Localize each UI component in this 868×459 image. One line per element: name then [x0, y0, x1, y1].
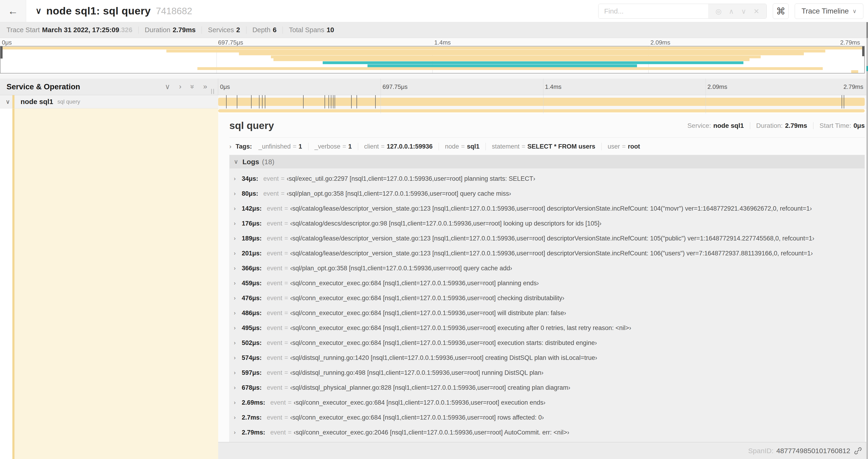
log-entry[interactable]: ›597μs:event=‹sql/distsql_running.go:498…: [229, 365, 865, 380]
log-expand-icon[interactable]: ›: [234, 414, 242, 421]
log-message: ‹sql/catalog/lease/descriptor_version_st…: [290, 250, 813, 257]
log-entry[interactable]: ›678μs:event=‹sql/distsql_physical_plann…: [229, 380, 865, 395]
log-expand-icon[interactable]: ›: [234, 295, 242, 301]
log-marker: [262, 95, 262, 108]
trace-start-millis: .326: [119, 26, 132, 34]
log-expand-icon[interactable]: ›: [234, 265, 242, 271]
logs-collapse-icon[interactable]: ∨: [234, 158, 238, 165]
trace-view-dropdown[interactable]: Trace Timeline ∨: [795, 3, 863, 19]
log-entry[interactable]: ›486μs:event=‹sql/conn_executor_exec.go:…: [229, 305, 865, 321]
log-expand-icon[interactable]: ›: [234, 175, 242, 182]
log-entry[interactable]: ›142μs:event=‹sql/catalog/lease/descript…: [229, 201, 865, 216]
span-id-value: 4877749850101760812: [776, 447, 850, 455]
log-field-name: event: [264, 175, 279, 183]
find-input[interactable]: [598, 4, 708, 19]
detail-header[interactable]: sql query Service: node sql1 Duration: 2…: [229, 117, 865, 131]
log-expand-icon[interactable]: ›: [234, 190, 242, 197]
log-entry[interactable]: ›2.7ms:event=‹sql/conn_executor_exec.go:…: [229, 410, 865, 425]
divider: [439, 143, 439, 150]
log-expand-icon[interactable]: ›: [234, 220, 242, 227]
log-entry[interactable]: ›459μs:event=‹sql/conn_executor_exec.go:…: [229, 276, 865, 291]
scrollbar-teal-mark: [866, 66, 868, 71]
log-equals: =: [284, 295, 288, 302]
log-entry[interactable]: ›2.79ms:event=‹sql/conn_executor_exec.go…: [229, 425, 865, 440]
collapse-all-icon[interactable]: »: [188, 85, 197, 89]
log-message: ‹sql/distsql_running.go:498 [nsql1,clien…: [290, 369, 544, 376]
log-entry[interactable]: ›176μs:event=‹sql/catalog/descs/descript…: [229, 216, 865, 231]
minimap-right-drag-handle[interactable]: [862, 46, 864, 56]
log-entry[interactable]: ›476μs:event=‹sql/conn_executor_exec.go:…: [229, 291, 865, 305]
span-color-stripe: [12, 108, 14, 459]
log-timestamp: 597μs:: [242, 369, 262, 376]
log-entry[interactable]: ›189μs:event=‹sql/catalog/lease/descript…: [229, 231, 865, 246]
minimap-left-drag-handle[interactable]: [0, 46, 3, 59]
minimap-canvas[interactable]: [0, 46, 865, 73]
expand-all-icon[interactable]: »: [203, 82, 207, 91]
log-expand-icon[interactable]: ›: [234, 205, 242, 212]
trace-summary-bar: Trace Start March 31 2022, 17:25:09.326 …: [0, 22, 868, 38]
timeline-tick-label: 2.79ms: [843, 83, 863, 91]
log-expand-icon[interactable]: ›: [234, 310, 242, 316]
log-expand-icon[interactable]: ›: [234, 250, 242, 257]
log-expand-icon[interactable]: ›: [234, 280, 242, 286]
span-duration-bar[interactable]: [218, 98, 865, 106]
log-timestamp: 2.69ms:: [242, 399, 265, 406]
copy-link-icon[interactable]: [854, 447, 862, 455]
log-expand-icon[interactable]: ›: [234, 399, 242, 406]
span-row-timeline-cell[interactable]: [218, 95, 868, 108]
log-message: ‹sql/conn_executor_exec.go:684 [nsql1,cl…: [293, 399, 545, 406]
log-entry[interactable]: ›34μs:event=‹sql/exec_util.go:2297 [nsql…: [229, 171, 865, 186]
log-expand-icon[interactable]: ›: [234, 369, 242, 376]
log-expand-icon[interactable]: ›: [234, 384, 242, 391]
log-entry[interactable]: ›201μs:event=‹sql/catalog/lease/descript…: [229, 246, 865, 261]
span-row-name-cell[interactable]: ∨ node sql1 sql query: [0, 95, 218, 108]
depth-label: Depth: [252, 26, 271, 34]
log-marker: [251, 95, 251, 108]
back-button[interactable]: ←: [0, 0, 26, 22]
log-expand-icon[interactable]: ›: [234, 429, 242, 436]
log-marker: [331, 95, 331, 108]
keyboard-shortcuts-button[interactable]: ⌘: [773, 3, 789, 19]
log-expand-icon[interactable]: ›: [234, 235, 242, 242]
log-message: ‹sql/conn_executor_exec.go:684 [nsql1,cl…: [290, 309, 566, 317]
column-resizer-handle[interactable]: [211, 89, 214, 94]
tags-expand-icon[interactable]: ›: [229, 143, 231, 150]
span-collapse-icon[interactable]: ∨: [6, 98, 10, 105]
log-marker: [375, 95, 376, 108]
log-marker: [335, 95, 335, 108]
prev-match-icon[interactable]: ∧: [729, 7, 734, 15]
log-field-name: event: [267, 220, 282, 227]
log-marker: [356, 95, 357, 108]
log-expand-icon[interactable]: ›: [234, 325, 242, 331]
log-entry[interactable]: ›2.69ms:event=‹sql/conn_executor_exec.go…: [229, 395, 865, 410]
vertical-scrollbar[interactable]: [866, 22, 868, 459]
log-entry[interactable]: ›80μs:event=‹sql/plan_opt.go:358 [nsql1,…: [229, 186, 865, 201]
locate-icon[interactable]: ◎: [715, 7, 721, 15]
log-entry[interactable]: ›502μs:event=‹sql/conn_executor_exec.go:…: [229, 335, 865, 350]
log-message: ‹sql/conn_executor_exec.go:684 [nsql1,cl…: [290, 280, 539, 287]
next-match-icon[interactable]: ∨: [741, 7, 746, 15]
minimap-span-bar: [323, 61, 743, 64]
log-expand-icon[interactable]: ›: [234, 339, 242, 346]
timeline-gridline: [543, 95, 544, 108]
log-marker: [226, 95, 226, 108]
log-timestamp: 176μs:: [242, 220, 262, 227]
tags-row[interactable]: › Tags: _unfinished=1_verbose=1client=12…: [229, 141, 865, 152]
log-entry[interactable]: ›574μs:event=‹sql/distsql_running.go:142…: [229, 350, 865, 365]
tag-key: user: [608, 143, 620, 150]
clear-find-icon[interactable]: ✕: [753, 7, 759, 15]
span-detail-panel: sql query Service: node sql1 Duration: 2…: [218, 113, 868, 442]
trace-collapse-icon[interactable]: ∨: [35, 6, 41, 16]
collapse-one-icon[interactable]: ∨: [165, 82, 170, 91]
detail-span-bar[interactable]: [218, 109, 865, 112]
log-entry[interactable]: ›366μs:event=‹sql/plan_opt.go:358 [nsql1…: [229, 261, 865, 276]
tag-equals: =: [461, 143, 465, 150]
span-row[interactable]: ∨ node sql1 sql query: [0, 95, 868, 108]
log-expand-icon[interactable]: ›: [234, 355, 242, 361]
logs-header[interactable]: ∨ Logs (18): [229, 155, 865, 168]
expand-one-icon[interactable]: ›: [179, 82, 181, 91]
log-entry[interactable]: ›495μs:event=‹sql/conn_executor_exec.go:…: [229, 321, 865, 335]
minimap-span-bar: [851, 70, 858, 73]
trace-id: 7418682: [156, 6, 192, 16]
log-marker: [265, 95, 265, 108]
